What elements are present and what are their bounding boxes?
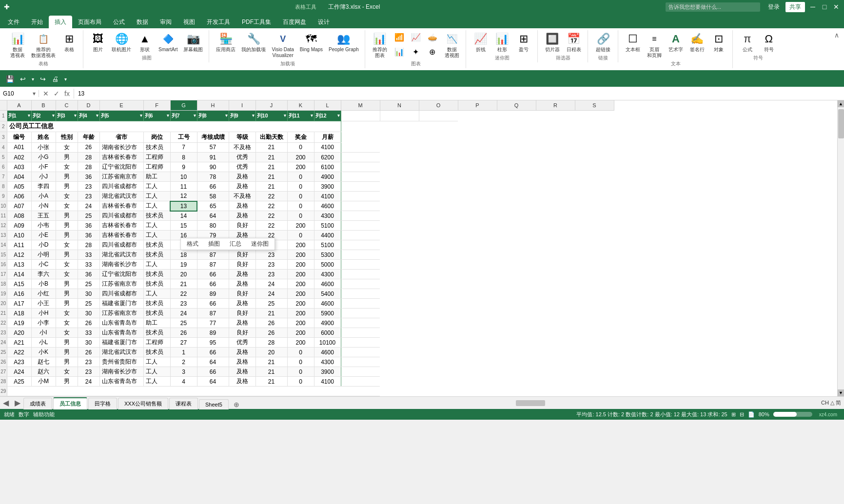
cell-28-0[interactable]: A25 — [7, 377, 31, 387]
cell-7-2[interactable]: 男 — [56, 172, 78, 182]
share-btn[interactable]: 共享 — [785, 2, 805, 12]
cell-17-4[interactable]: 辽宁省沈阳市 — [99, 270, 143, 279]
filter-arrow-5[interactable]: ▾ — [140, 113, 142, 118]
filter-arrow-9[interactable]: ▾ — [252, 113, 255, 118]
ribbon-collapse-btn[interactable]: ∧ — [833, 30, 840, 40]
cell-10-7[interactable]: 65 — [197, 201, 229, 211]
cell-24-4[interactable]: 福建省厦门市 — [99, 338, 143, 348]
cell-ref-dropdown[interactable]: ▾ — [33, 90, 36, 97]
undo-btn[interactable]: ↩ — [18, 74, 28, 84]
cell-7-10[interactable]: 0 — [287, 172, 314, 182]
cell-6-7[interactable]: 90 — [197, 162, 229, 172]
cell-15-8[interactable]: 良好 — [229, 250, 255, 260]
cell-17-11[interactable]: 4300 — [314, 270, 341, 279]
cell-8-10[interactable]: 0 — [287, 182, 314, 192]
col-header-s[interactable]: S — [575, 100, 614, 110]
cell-8-7[interactable]: 66 — [197, 182, 229, 192]
cell-5-4[interactable]: 吉林省长春市 — [99, 153, 143, 162]
cell-8-8[interactable]: 及格 — [229, 182, 255, 192]
hyperlink-btn[interactable]: 🔗 超链接 — [593, 30, 613, 54]
header-gh[interactable]: 工号 — [170, 132, 197, 142]
cell-11-2[interactable]: 男 — [56, 211, 78, 221]
customize-btn[interactable]: ▾ — [62, 76, 69, 83]
cell-12-7[interactable]: 80 — [197, 221, 229, 231]
cell-18-0[interactable]: A15 — [7, 279, 31, 289]
cell-7-11[interactable]: 4900 — [314, 172, 341, 182]
filter-header-6[interactable]: 列6▾ — [143, 110, 170, 121]
header-dj[interactable]: 等级 — [229, 132, 255, 142]
cell-10-4[interactable]: 吉林省长春市 — [99, 201, 143, 211]
sparkline-column-btn[interactable]: 📊 柱形 — [492, 30, 512, 54]
people-graph-btn[interactable]: 👥 People Graph — [327, 30, 361, 54]
cell-25-1[interactable]: 小K — [31, 348, 56, 357]
cell-24-2[interactable]: 男 — [56, 338, 78, 348]
cell-15-5[interactable]: 技术员 — [143, 250, 170, 260]
cell-9-3[interactable]: 23 — [78, 192, 99, 201]
cell-26-1[interactable]: 赵七 — [31, 357, 56, 367]
cell-16-2[interactable]: 女 — [56, 260, 78, 270]
cell-26-10[interactable]: 0 — [287, 357, 314, 367]
header-gw[interactable]: 岗位 — [143, 132, 170, 142]
cell-18-10[interactable]: 200 — [287, 279, 314, 289]
cell-11-8[interactable]: 及格 — [229, 211, 255, 221]
cell-28-7[interactable]: 64 — [197, 377, 229, 387]
cell-6-0[interactable]: A03 — [7, 162, 31, 172]
cell-18-9[interactable]: 24 — [255, 279, 287, 289]
cell-24-5[interactable]: 工程师 — [143, 338, 170, 348]
cell-6-6[interactable]: 9 — [170, 162, 197, 172]
cell-5-10[interactable]: 200 — [287, 153, 314, 162]
cell-25-3[interactable]: 26 — [78, 348, 99, 357]
cell-17-10[interactable]: 200 — [287, 270, 314, 279]
tab-design[interactable]: 设计 — [312, 16, 335, 28]
cell-7-3[interactable]: 36 — [78, 172, 99, 182]
cell-27-10[interactable]: 0 — [287, 367, 314, 377]
scroll-down-btn[interactable]: ▼ — [838, 389, 844, 396]
cell-24-3[interactable]: 30 — [78, 338, 99, 348]
bar-chart-btn[interactable]: 📊 — [392, 45, 407, 58]
col-header-j[interactable]: J — [255, 100, 287, 110]
cell-20-5[interactable]: 技术员 — [143, 299, 170, 309]
cell-12-9[interactable]: 22 — [255, 221, 287, 231]
cell-12-8[interactable]: 良好 — [229, 221, 255, 231]
cell-28-5[interactable]: 工人 — [143, 377, 170, 387]
cell-18-5[interactable]: 技术员 — [143, 279, 170, 289]
filter-header-10[interactable]: 列10▾ — [255, 110, 287, 121]
cell-28-2[interactable]: 男 — [56, 377, 78, 387]
cell-5-9[interactable]: 21 — [255, 153, 287, 162]
cell-15-11[interactable]: 5300 — [314, 250, 341, 260]
cell-18-8[interactable]: 及格 — [229, 279, 255, 289]
tab-nav-left[interactable]: ◀ — [0, 397, 12, 408]
cell-26-11[interactable]: 4300 — [314, 357, 341, 367]
cell-17-6[interactable]: 20 — [170, 270, 197, 279]
cell-11-4[interactable]: 四川省成都市 — [99, 211, 143, 221]
cell-14-2[interactable]: 女 — [56, 240, 78, 250]
cell-10-5[interactable]: 工人 — [143, 201, 170, 211]
cell-23-2[interactable]: 女 — [56, 328, 78, 338]
cell-9-6[interactable]: 12 — [170, 192, 197, 201]
cell-12-10[interactable]: 200 — [287, 221, 314, 231]
online-picture-btn[interactable]: 🌐 联机图片 — [110, 30, 133, 54]
header-cq[interactable]: 出勤天数 — [255, 132, 287, 142]
sheet-tab-courses[interactable]: 课程表 — [169, 398, 198, 409]
close-btn[interactable]: ✕ — [832, 3, 840, 11]
cell-4-5[interactable]: 技术员 — [143, 143, 170, 153]
cell-19-1[interactable]: 小红 — [31, 289, 56, 299]
cell-22-9[interactable]: 26 — [255, 318, 287, 328]
cell-20-3[interactable]: 25 — [78, 299, 99, 309]
my-addins-btn[interactable]: 🔧 我的加载项 — [239, 30, 268, 54]
cell-12-6[interactable]: 15 — [170, 221, 197, 231]
cell-22-0[interactable]: A19 — [7, 318, 31, 328]
filter-header-5[interactable]: 列5▾ — [99, 110, 143, 121]
cell-6-2[interactable]: 女 — [56, 162, 78, 172]
col-header-q[interactable]: Q — [497, 100, 536, 110]
redo-btn[interactable]: ↪ — [38, 74, 48, 84]
cell-25-0[interactable]: A22 — [7, 348, 31, 357]
wordart-btn[interactable]: A 艺术字 — [666, 30, 686, 54]
cell-27-4[interactable]: 湖南省长沙市 — [99, 367, 143, 377]
more-charts-btn[interactable]: ⊕ — [425, 45, 440, 58]
maximize-btn[interactable]: □ — [821, 3, 828, 11]
cell-28-6[interactable]: 4 — [170, 377, 197, 387]
scroll-up-btn[interactable]: ▲ — [838, 100, 844, 107]
cell-14-11[interactable]: 5100 — [314, 240, 341, 250]
col-header-f[interactable]: F — [143, 100, 170, 110]
